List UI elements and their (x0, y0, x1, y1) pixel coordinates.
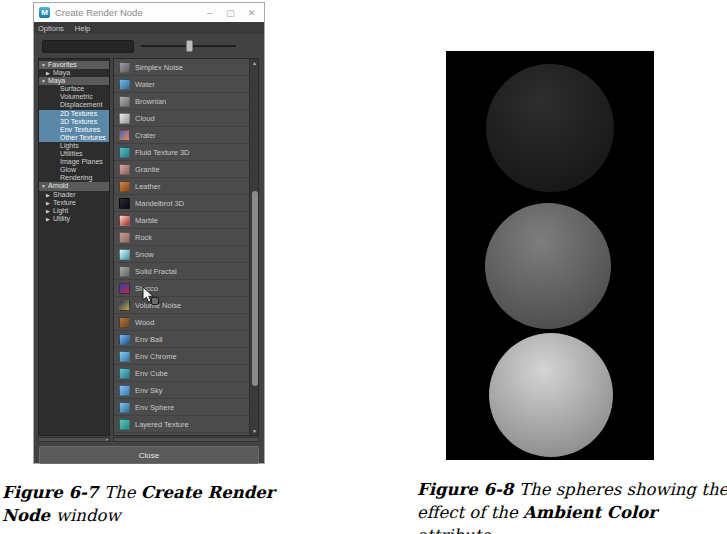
tree-item[interactable]: Volumetric (39, 93, 109, 101)
minimize-button[interactable]: – (199, 5, 220, 20)
icon-size-slider[interactable] (141, 40, 236, 52)
tree-item[interactable]: Env Textures (39, 126, 109, 134)
node-label: Mandelbrot 3D (135, 199, 184, 208)
close-window-button[interactable]: ✕ (241, 5, 262, 20)
figure-6-7-caption: Figure 6-7 TheCreate Render Nodewindow (2, 481, 292, 527)
tree-item[interactable]: ▶ Texture (39, 199, 109, 207)
node-list-item[interactable]: Wood (114, 314, 249, 331)
tree-item-label: Glow (60, 166, 76, 174)
caption-segment: Ambient Color (523, 503, 657, 522)
node-icon (119, 79, 130, 90)
node-label: Water (135, 80, 155, 89)
category-tree: ▼ Favorites ▶ Maya ▼ Maya (38, 58, 110, 436)
tree-arrow-icon: ▼ (41, 61, 48, 69)
caption-segment: attribute (417, 526, 491, 534)
list-hscrollbar[interactable] (113, 437, 259, 442)
tree-item[interactable]: Glow (39, 166, 109, 174)
node-list-item[interactable]: Crater (114, 127, 249, 144)
tree-item-label: Surface (60, 85, 84, 93)
tree-item[interactable]: ▼ Arnold (39, 182, 109, 190)
node-list-item[interactable]: Leather (114, 178, 249, 195)
tree-item[interactable]: Other Textures (39, 134, 109, 142)
tree-item-label: Texture (53, 199, 76, 207)
node-label: Cloud (135, 114, 155, 123)
sphere (485, 203, 611, 329)
maximize-button[interactable]: ▢ (220, 5, 241, 20)
node-label: Layered Texture (135, 420, 189, 429)
node-list-item[interactable]: Granite (114, 161, 249, 178)
tree-item[interactable]: ▶ Utility (39, 215, 109, 223)
node-list-item[interactable]: Mandelbrot 3D (114, 195, 249, 212)
node-list-item[interactable]: Env Ball (114, 331, 249, 348)
node-list-item[interactable]: Simplex Noise (114, 59, 249, 76)
node-list-item[interactable]: Snow (114, 246, 249, 263)
menu-item[interactable]: Help (75, 24, 90, 33)
horizontal-scrollbars: ▾ (34, 436, 264, 443)
node-list-item[interactable]: Env Chrome (114, 348, 249, 365)
tree-item[interactable]: 3D Textures (39, 118, 109, 126)
node-label: Brownian (135, 97, 166, 106)
search-toolbar (34, 34, 264, 58)
node-list-item[interactable]: Rock (114, 229, 249, 246)
tree-item[interactable]: Displacement (39, 101, 109, 109)
panels: ▼ Favorites ▶ Maya ▼ Maya (34, 58, 264, 436)
node-list-item[interactable]: Solid Fractal (114, 263, 249, 280)
menu-item[interactable]: Options (38, 24, 64, 33)
caption-segment: Figure 6-7 (2, 483, 104, 502)
node-label: Rock (135, 233, 152, 242)
node-list-item[interactable]: Brownian (114, 93, 249, 110)
node-icon (119, 351, 130, 362)
node-list-item[interactable]: Fluid Texture 3D (114, 144, 249, 161)
tree-item-label: Env Textures (60, 126, 100, 134)
node-icon (119, 113, 130, 124)
tree-hscrollbar[interactable]: ▾ (38, 437, 110, 442)
node-icon (119, 317, 130, 328)
scroll-down-icon[interactable]: ▼ (250, 427, 259, 435)
tree-item[interactable]: Surface (39, 85, 109, 93)
node-list-item[interactable]: Volume Noise (114, 297, 249, 314)
tree-item[interactable]: Image Planes (39, 158, 109, 166)
tree-item[interactable]: Lights (39, 142, 109, 150)
close-button[interactable]: Close (39, 446, 259, 464)
node-icon (119, 283, 130, 294)
figure-6-8-caption: Figure 6-8 The spheres showing the effec… (417, 478, 727, 534)
scrollbar-thumb[interactable] (252, 191, 258, 387)
tree-item-label: Utilities (60, 150, 83, 158)
window-titlebar[interactable]: M Create Render Node – ▢ ✕ (34, 3, 264, 22)
node-icon (119, 402, 130, 413)
node-icon (119, 147, 130, 158)
tree-item-label: 2D Textures (60, 110, 97, 118)
node-label: Leather (135, 182, 160, 191)
tree-item[interactable]: Utilities (39, 150, 109, 158)
tree-arrow-icon: ▼ (41, 182, 48, 190)
tree-item[interactable]: Rendering (39, 174, 109, 182)
tree-arrow-icon: ▶ (46, 191, 53, 199)
node-label: Wood (135, 318, 154, 327)
tree-item[interactable]: ▼ Maya (39, 77, 109, 85)
node-label: Fluid Texture 3D (135, 148, 189, 157)
tree-item[interactable]: ▶ Light (39, 207, 109, 215)
node-label: Simplex Noise (135, 63, 183, 72)
node-list-item[interactable]: Stucco (114, 280, 249, 297)
scroll-up-icon[interactable]: ▲ (250, 59, 259, 67)
node-icon (119, 266, 130, 277)
tree-item[interactable]: ▼ Favorites (39, 61, 109, 69)
tree-item[interactable]: ▶ Maya (39, 69, 109, 77)
tree-item[interactable]: ▶ Shader (39, 191, 109, 199)
slider-handle[interactable] (186, 40, 193, 52)
tree-item-label: Image Planes (60, 158, 103, 166)
search-input[interactable] (42, 40, 134, 53)
node-list-scrollbar[interactable]: ▲ ▼ (249, 59, 258, 435)
node-list-item[interactable]: Env Cube (114, 365, 249, 382)
node-list-item[interactable]: Water (114, 76, 249, 93)
node-list-item[interactable]: Layered Texture (114, 416, 249, 433)
node-icon (119, 249, 130, 260)
node-list-item[interactable]: Cloud (114, 110, 249, 127)
node-label: Crater (135, 131, 156, 140)
node-list-item[interactable]: Env Sphere (114, 399, 249, 416)
node-list-item[interactable]: Env Sky (114, 382, 249, 399)
node-list-item[interactable]: Marble (114, 212, 249, 229)
tree-item[interactable]: 2D Textures (39, 110, 109, 118)
tree-item-label: Favorites (48, 61, 77, 69)
tree-item-label: Volumetric (60, 93, 93, 101)
